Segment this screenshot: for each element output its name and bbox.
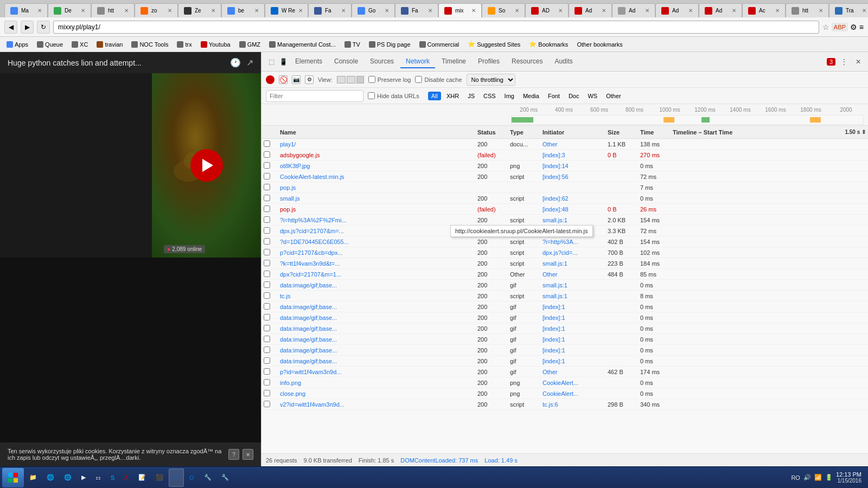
row-checkbox[interactable] — [264, 260, 270, 266]
table-row[interactable]: data:image/gif;base... 200 gif [index]:1… — [261, 356, 868, 367]
filter-media[interactable]: Media — [520, 92, 542, 100]
reload-button[interactable]: ↻ — [37, 21, 50, 34]
row-checkbox[interactable] — [264, 249, 270, 255]
row-checkbox[interactable] — [264, 195, 270, 201]
table-row[interactable]: small.js 200 script [index]:62 0 ms — [261, 193, 868, 204]
view-details-btn[interactable] — [347, 76, 355, 84]
filter-other[interactable]: Other — [603, 92, 624, 100]
bookmark-bookmarks[interactable]: ⭐ Bookmarks — [527, 40, 570, 49]
col-type[interactable]: Type — [508, 129, 540, 136]
tab-ac[interactable]: Ac✕ — [742, 3, 786, 17]
bookmark-star-icon[interactable]: ☆ — [822, 23, 829, 31]
table-row[interactable]: ?k=tt1f4vam3n9d&t=... 200 script small.j… — [261, 258, 868, 269]
camera-btn[interactable]: 📷 — [292, 75, 301, 84]
tab-ze[interactable]: Ze✕ — [178, 3, 221, 17]
row-checkbox[interactable] — [264, 314, 270, 320]
record-btn[interactable] — [266, 75, 275, 84]
row-checkbox[interactable] — [264, 292, 270, 299]
bookmark-youtube[interactable]: Youtuba — [199, 40, 233, 49]
tab-mix[interactable]: mix✕ — [438, 3, 482, 17]
cookie-help-btn[interactable]: ? — [228, 449, 239, 460]
table-row[interactable]: data:image/gif;base... 200 gif [index]:1… — [261, 312, 868, 323]
table-row[interactable]: info.png 200 png CookieAlert... 0 ms — [261, 377, 868, 388]
filter-js[interactable]: JS — [464, 92, 478, 100]
row-checkbox[interactable] — [264, 151, 270, 158]
bookmark-suggested[interactable]: ⭐ Suggested Sites — [465, 40, 522, 49]
devtools-close-btn[interactable]: ✕ — [853, 56, 864, 67]
tab-console[interactable]: Console — [329, 55, 363, 68]
disable-cache-label[interactable]: Disable cache — [415, 76, 462, 83]
row-checkbox[interactable] — [264, 227, 270, 234]
table-row[interactable]: tc.js 200 script small.js:1 8 ms — [261, 291, 868, 301]
tab-profiles[interactable]: Profiles — [473, 55, 505, 68]
filter-ws[interactable]: WS — [584, 92, 601, 100]
share-icon[interactable]: ↗ — [246, 57, 253, 68]
menu-icon[interactable]: ≡ — [859, 23, 864, 31]
start-button[interactable] — [2, 468, 24, 487]
taskbar-skype[interactable]: S — [106, 468, 119, 487]
bookmark-queue[interactable]: Queue — [35, 40, 65, 49]
table-row[interactable]: ot8K3tP.jpg 200 png [index]:14 0 ms — [261, 160, 868, 171]
tab-wre[interactable]: W Re✕ — [265, 3, 308, 17]
tab-ad4[interactable]: Ad✕ — [655, 3, 699, 17]
taskbar-explorer[interactable]: 📁 — [25, 468, 41, 487]
bookmark-other[interactable]: Other bookmarks — [575, 40, 624, 49]
filter-input[interactable] — [266, 90, 363, 102]
row-checkbox[interactable] — [264, 336, 270, 342]
row-checkbox[interactable] — [264, 390, 270, 396]
table-row[interactable]: play1/ 200 docu... Other 1.1 KB 138 ms — [261, 139, 868, 150]
url-input[interactable] — [53, 21, 819, 34]
taskbar-mediaplayer[interactable]: ▶ — [77, 468, 90, 487]
tab-be[interactable]: be✕ — [221, 3, 265, 17]
row-checkbox[interactable] — [264, 325, 270, 331]
bookmark-gmz[interactable]: GMZ — [237, 40, 263, 49]
taskbar-notepad[interactable]: 📝 — [134, 468, 150, 487]
table-row[interactable]: p?cid=21707&cb=dpx... 200 script dpx.js?… — [261, 247, 868, 258]
filter-font[interactable]: Font — [545, 92, 563, 100]
cookie-close-btn[interactable]: ✕ — [242, 449, 253, 460]
col-size[interactable]: Size — [605, 129, 638, 136]
taskbar-word[interactable]: W — [169, 468, 184, 487]
row-checkbox[interactable] — [264, 238, 270, 245]
bookmark-travian[interactable]: travian — [94, 40, 125, 49]
tab-audits[interactable]: Audits — [549, 55, 578, 68]
play-button[interactable] — [190, 149, 223, 182]
table-row[interactable]: close.png 200 png CookieAlert... 0 ms — [261, 388, 868, 399]
table-row[interactable]: ?i=http%3A%2F%2Fmi... 200 script small.j… — [261, 215, 868, 226]
clear-btn[interactable]: 🚫 — [279, 75, 288, 84]
row-checkbox[interactable] — [264, 173, 270, 179]
taskbar-extra2[interactable]: 🔧 — [217, 468, 233, 487]
bookmark-xc[interactable]: XC — [69, 40, 90, 49]
throttle-select[interactable]: No throttling — [467, 74, 515, 86]
taskbar-extra1[interactable]: 🔧 — [200, 468, 216, 487]
table-row[interactable]: adsbygoogle.js (failed) [index]:3 0 B 27… — [261, 150, 868, 160]
tab-sources[interactable]: Sources — [365, 55, 399, 68]
table-row[interactable]: pop.js 7 ms — [261, 182, 868, 193]
tab-ad1[interactable]: AD✕ — [525, 3, 569, 17]
back-button[interactable]: ◀ — [4, 21, 17, 34]
network-tray-icon[interactable]: 📶 — [814, 474, 822, 481]
col-time[interactable]: Time — [638, 129, 671, 136]
speaker-icon[interactable]: 🔊 — [803, 474, 811, 481]
table-row[interactable]: data:image/gif;base... 200 gif [index]:1… — [261, 345, 868, 356]
tab-fa1[interactable]: Fa✕ — [308, 3, 352, 17]
video-container[interactable]: ● 2,089 online — [152, 73, 261, 258]
tab-network[interactable]: Network — [400, 55, 435, 68]
extensions-icon[interactable]: ⚙ — [850, 23, 857, 31]
table-row[interactable]: data:image/gif;base... 200 gif small.js:… — [261, 280, 868, 291]
row-checkbox[interactable] — [264, 357, 270, 364]
col-timeline[interactable]: Timeline – Start Time 1.50 s ⇕ — [671, 129, 868, 136]
preserve-log-label[interactable]: Preserve log — [368, 76, 411, 83]
table-row[interactable]: dpx?cid=21707&m=1... 200 Other Other 484… — [261, 269, 868, 280]
filter-btn[interactable]: ⚙ — [305, 75, 314, 84]
taskbar-acrobat[interactable]: A — [120, 468, 132, 487]
bookmark-noc[interactable]: NOC Tools — [129, 40, 170, 49]
tab-elements[interactable]: Elements — [290, 55, 328, 68]
disable-cache-checkbox[interactable] — [415, 76, 422, 83]
bookmark-trx[interactable]: trx — [175, 40, 194, 49]
hide-data-urls-checkbox[interactable] — [368, 92, 375, 99]
taskbar-chrome[interactable]: 🌐 — [42, 468, 59, 487]
row-checkbox[interactable] — [264, 216, 270, 223]
taskbar-apps[interactable]: ⚏ — [91, 468, 105, 487]
filter-css[interactable]: CSS — [480, 92, 499, 100]
